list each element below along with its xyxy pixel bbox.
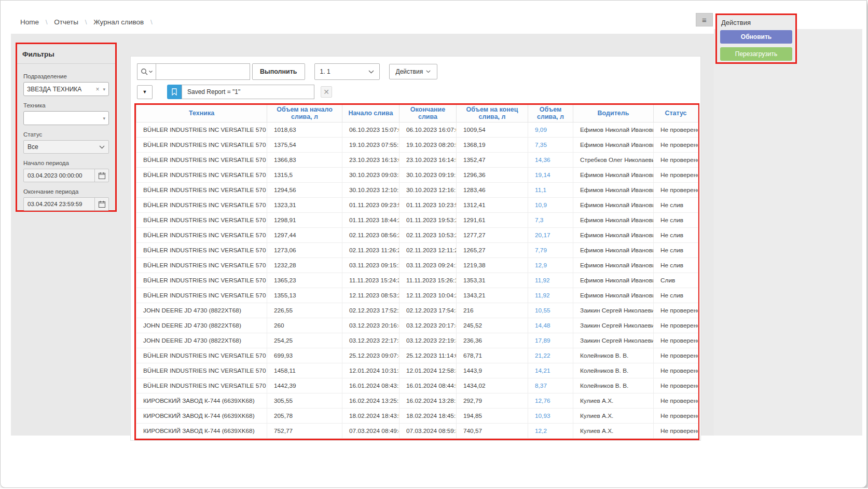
cell-drain-vol[interactable]: 11,1	[528, 182, 573, 197]
cell-driver: Заикин Сергей Николаевич	[573, 318, 654, 333]
execute-button[interactable]: Выполнить	[252, 63, 305, 80]
cell-drain-vol[interactable]: 12,9	[528, 257, 573, 273]
calendar-icon[interactable]	[94, 198, 108, 210]
cell-drain-vol[interactable]: 20,17	[528, 227, 573, 242]
cell-status: Не проверено	[654, 318, 698, 333]
filters-panel: Фильтры Подразделение ЗВЕЗДА ТЕХНИКА × ▾…	[16, 43, 117, 212]
chevron-down-icon[interactable]: ▾	[103, 116, 105, 121]
header-drain-start[interactable]: Начало слива	[342, 105, 399, 122]
cell-vol-start: 254,25	[267, 333, 342, 348]
cell-drain-vol[interactable]: 19,14	[528, 167, 573, 182]
table-row: BÜHLER INDUSTRIES INC VERSATILE 570 (216…	[136, 227, 698, 242]
chevron-down-icon[interactable]: ▾	[103, 87, 105, 92]
cell-drain-end: 30.10.2023 09:19:14	[399, 167, 457, 182]
cell-driver: Ефимов Николай Иванович	[573, 273, 654, 288]
collapse-control-button[interactable]: ▼	[137, 85, 153, 99]
cell-technika: BÜHLER INDUSTRIES INC VERSATILE 570 (216…	[136, 137, 267, 152]
cell-vol-end: 216	[457, 303, 528, 318]
breadcrumb-reports[interactable]: Отчеты	[54, 18, 78, 26]
actions-menu-label: Действия	[396, 68, 423, 75]
cell-drain-vol[interactable]: 12,2	[528, 423, 573, 438]
breadcrumb-home[interactable]: Home	[20, 18, 39, 26]
cell-vol-end: 1265,27	[457, 242, 528, 257]
header-driver[interactable]: Водитель	[573, 105, 654, 122]
cell-drain-end: 02.12.2023 17:54:39	[399, 303, 457, 318]
cell-driver: Ефимов Николай Иванович	[573, 288, 654, 303]
cell-driver: Ефимов Николай Иванович	[573, 167, 654, 182]
remove-saved-report-button[interactable]: ✕	[321, 86, 332, 98]
division-label: Подразделение	[23, 73, 109, 79]
cell-drain-vol[interactable]: 11,92	[528, 273, 573, 288]
cell-drain-vol[interactable]: 7,79	[528, 242, 573, 257]
search-column-button[interactable]	[137, 63, 156, 80]
cell-status: Не проверено	[654, 393, 698, 408]
cell-vol-start: 305,55	[267, 393, 342, 408]
actions-menu-button[interactable]: Действия	[389, 64, 438, 79]
cell-drain-vol[interactable]: 17,89	[528, 333, 573, 348]
cell-vol-start: 699,93	[267, 348, 342, 363]
cell-drain-start: 01.11.2023 18:44:23	[342, 212, 399, 227]
cell-drain-vol[interactable]: 21,22	[528, 348, 573, 363]
cell-technika: BÜHLER INDUSTRIES INC VERSATILE 570 (216…	[136, 182, 267, 197]
period-end-input[interactable]	[24, 198, 94, 210]
cell-technika: КИРОВСКИЙ ЗАВОД К-744 (6639XK68)	[136, 408, 267, 423]
cell-vol-end: 1343,21	[457, 288, 528, 303]
header-drain-end[interactable]: Окончание слива	[399, 105, 457, 122]
cell-drain-vol[interactable]: 10,9	[528, 197, 573, 212]
division-value: ЗВЕЗДА ТЕХНИКА	[27, 86, 95, 93]
calendar-icon[interactable]	[94, 169, 108, 182]
cell-drain-vol[interactable]: 10,93	[528, 408, 573, 423]
cell-vol-start: 1323,31	[267, 197, 342, 212]
bookmark-icon	[172, 88, 177, 96]
reload-button[interactable]: Перезагрузить	[720, 47, 792, 61]
cell-vol-start: 1294,56	[267, 182, 342, 197]
cell-drain-vol[interactable]: 14,21	[528, 363, 573, 378]
cell-drain-vol[interactable]: 9,09	[528, 122, 573, 137]
header-status[interactable]: Статус	[654, 105, 698, 122]
header-technika[interactable]: Техника	[136, 105, 267, 122]
status-select[interactable]: Все	[23, 140, 109, 154]
cell-drain-end: 02.11.2023 10:53:23	[399, 227, 457, 242]
cell-drain-start: 06.10.2023 15:07:02	[342, 122, 399, 137]
header-drain-vol[interactable]: Объем слива, л	[528, 105, 573, 122]
cell-drain-vol[interactable]: 11,92	[528, 288, 573, 303]
cell-vol-start: 205,78	[267, 408, 342, 423]
cell-drain-vol[interactable]: 7,35	[528, 137, 573, 152]
refresh-button[interactable]: Обновить	[720, 30, 792, 44]
period-start-field	[23, 169, 109, 182]
breadcrumb-separator: \	[46, 18, 48, 26]
cell-drain-vol[interactable]: 14,36	[528, 152, 573, 167]
cell-vol-start: 1365,23	[267, 273, 342, 288]
cell-drain-vol[interactable]: 8,37	[528, 378, 573, 393]
cell-drain-vol[interactable]: 10,55	[528, 303, 573, 318]
technika-select[interactable]: ▾	[23, 111, 109, 125]
cell-status: Не проверено	[654, 182, 698, 197]
cell-vol-start: 1458,11	[267, 363, 342, 378]
cell-drain-vol[interactable]: 14,48	[528, 318, 573, 333]
report-view-select[interactable]: 1. 1	[314, 63, 380, 80]
cell-technika: BÜHLER INDUSTRIES INC VERSATILE 570 (216…	[136, 242, 267, 257]
menu-button[interactable]: ≡	[696, 13, 713, 26]
cell-driver: Заикин Сергей Николаевич	[573, 333, 654, 348]
search-input[interactable]	[156, 63, 250, 80]
cell-vol-start: 752,77	[267, 423, 342, 438]
header-vol-start[interactable]: Объем на начало слива, л	[267, 105, 342, 122]
cell-drain-start: 12.11.2023 08:53:24	[342, 288, 399, 303]
clear-icon[interactable]: ×	[95, 86, 99, 93]
period-start-label: Начало периода	[23, 160, 109, 166]
cell-status: Не проверено	[654, 122, 698, 137]
cell-drain-vol[interactable]: 12,76	[528, 393, 573, 408]
division-select[interactable]: ЗВЕЗДА ТЕХНИКА × ▾	[23, 82, 109, 96]
cell-drain-start: 30.10.2023 12:10:14	[342, 182, 399, 197]
header-vol-end[interactable]: Объем на конец слива, л	[457, 105, 528, 122]
cell-driver: Кулиев А.Х.	[573, 408, 654, 423]
period-start-input[interactable]	[24, 169, 94, 182]
cell-drain-end: 06.10.2023 16:07:02	[399, 122, 457, 137]
cell-drain-vol[interactable]: 7,3	[528, 212, 573, 227]
cell-drain-end: 12.01.2024 12:58:38	[399, 363, 457, 378]
cell-vol-end: 245,52	[457, 318, 528, 333]
table-row: BÜHLER INDUSTRIES INC VERSATILE 570 (216…	[136, 363, 698, 378]
cell-driver: Стребков Олег Николаевич	[573, 152, 654, 167]
chevron-down-icon	[426, 70, 431, 73]
breadcrumb-drain-log[interactable]: Журнал сливов	[93, 18, 144, 26]
